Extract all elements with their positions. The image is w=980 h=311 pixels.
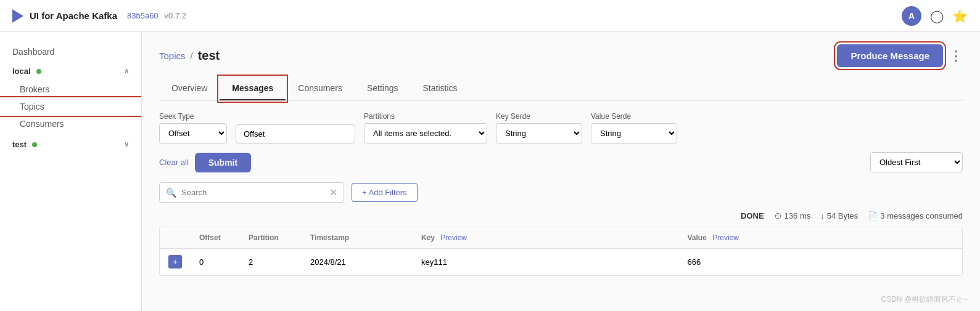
sidebar-item-dashboard[interactable]: Dashboard: [0, 42, 141, 62]
search-box: 🔍 ✕: [159, 182, 344, 203]
bytes-value: 54 Bytes: [827, 211, 859, 220]
partitions-label: Partitions: [364, 112, 487, 121]
local-header: local: [12, 67, 41, 76]
breadcrumb-topics-link[interactable]: Topics: [159, 50, 186, 61]
version-label: v0.7.2: [165, 11, 186, 20]
breadcrumb-separator: /: [191, 50, 193, 61]
key-serde-field: Key Serde String: [496, 112, 582, 143]
row-timestamp: 2024/8/21: [310, 257, 421, 267]
tab-consumers[interactable]: Consumers: [286, 77, 355, 100]
col-partition: Partition: [249, 233, 310, 242]
status-done-label: DONE: [741, 211, 764, 220]
download-icon: ↓: [820, 211, 825, 220]
value-serde-field: Value Serde String: [591, 112, 677, 143]
test-status-dot: [32, 142, 37, 147]
key-serde-select[interactable]: String: [496, 123, 582, 143]
avatar-button[interactable]: A: [902, 6, 921, 26]
sidebar-section-local[interactable]: local ∧: [0, 62, 141, 81]
page-title: test: [198, 49, 220, 63]
row-expand-cell: +: [168, 255, 199, 269]
search-filter-row: 🔍 ✕ + Add Filters: [159, 182, 963, 203]
breadcrumb: Topics / test: [159, 49, 220, 63]
partitions-select[interactable]: All items are selected.: [364, 123, 487, 143]
value-preview-label[interactable]: Preview: [712, 233, 739, 242]
tab-messages[interactable]: Messages: [220, 77, 286, 100]
sidebar-section-test[interactable]: test ∨: [0, 135, 141, 154]
produce-message-button[interactable]: Produce Message: [837, 44, 943, 67]
local-label: local: [12, 67, 31, 76]
col-key: Key Preview: [421, 233, 688, 242]
row-offset: 0: [199, 257, 249, 267]
action-row: Clear all Submit Oldest First Newest Fir…: [159, 152, 963, 172]
status-time: ⏲ 136 ms: [774, 211, 811, 220]
file-icon: 📄: [868, 211, 878, 220]
local-chevron-icon: ∧: [124, 67, 129, 75]
seek-offset-field: [236, 124, 355, 143]
status-messages: 📄 3 messages consumed: [868, 211, 963, 220]
col-value: Value Preview: [688, 233, 954, 242]
status-bytes: ↓ 54 Bytes: [820, 211, 858, 220]
left-actions: Clear all Submit: [159, 153, 251, 172]
breadcrumb-row: Topics / test Produce Message ⋮: [159, 44, 963, 67]
header-actions: Produce Message ⋮: [837, 44, 963, 67]
row-partition: 2: [249, 257, 310, 267]
github-icon[interactable]: ◯: [930, 9, 944, 23]
seek-type-select[interactable]: Offset: [159, 123, 227, 143]
seek-offset-input[interactable]: [236, 124, 355, 143]
tabs-bar: Overview Messages Consumers Settings Sta…: [159, 77, 963, 101]
seek-type-field: Seek Type Offset: [159, 112, 227, 143]
status-bar: DONE ⏲ 136 ms ↓ 54 Bytes 📄 3 messages co…: [159, 211, 963, 220]
commit-hash: 83b5a60: [127, 11, 159, 20]
main-layout: Dashboard local ∧ Brokers Topics Consume…: [0, 32, 980, 311]
row-key: key111: [421, 257, 688, 267]
submit-button[interactable]: Submit: [195, 153, 251, 172]
table-row: + 0 2 2024/8/21 key111 666: [160, 249, 962, 275]
app-title: UI for Apache Kafka: [30, 10, 117, 21]
header-right: A ◯ ⭐: [902, 6, 968, 26]
search-icon: 🔍: [166, 188, 176, 198]
test-chevron-icon: ∨: [124, 140, 129, 148]
col-timestamp: Timestamp: [310, 233, 421, 242]
sidebar-item-brokers[interactable]: Brokers: [0, 81, 141, 98]
test-label: test: [12, 140, 27, 149]
add-filters-button[interactable]: + Add Filters: [352, 183, 418, 202]
time-value: 136 ms: [784, 211, 811, 220]
right-order: Oldest First Newest First: [870, 152, 963, 172]
expand-row-button[interactable]: +: [168, 255, 182, 269]
value-serde-label: Value Serde: [591, 112, 677, 121]
local-status-dot: [36, 69, 41, 74]
key-preview-label[interactable]: Preview: [440, 233, 467, 242]
test-header: test: [12, 140, 37, 149]
content-area: Topics / test Produce Message ⋮ Overview…: [142, 32, 980, 311]
messages-table: Offset Partition Timestamp Key Preview V…: [159, 227, 963, 276]
search-input[interactable]: [181, 188, 324, 197]
value-serde-select[interactable]: String: [591, 123, 677, 143]
partitions-field: Partitions All items are selected.: [364, 112, 487, 143]
discord-icon[interactable]: ⭐: [952, 9, 968, 23]
tab-overview[interactable]: Overview: [159, 77, 220, 100]
tab-statistics[interactable]: Statistics: [410, 77, 469, 100]
tab-settings[interactable]: Settings: [355, 77, 411, 100]
table-header: Offset Partition Timestamp Key Preview V…: [160, 227, 962, 249]
row-value: 666: [688, 257, 954, 267]
top-header: UI for Apache Kafka 83b5a60 v0.7.2 A ◯ ⭐: [0, 0, 980, 32]
more-options-button[interactable]: ⋮: [949, 48, 963, 64]
sidebar-item-topics[interactable]: Topics: [0, 98, 141, 115]
clear-search-icon[interactable]: ✕: [329, 187, 337, 198]
sidebar-item-consumers[interactable]: Consumers: [0, 115, 141, 132]
key-serde-label: Key Serde: [496, 112, 582, 121]
seek-controls-row: Seek Type Offset Partitions All items ar…: [159, 112, 963, 143]
clear-all-button[interactable]: Clear all: [159, 158, 189, 167]
logo-triangle-icon: [12, 9, 23, 23]
messages-count: 3 messages consumed: [880, 211, 963, 220]
seek-type-label: Seek Type: [159, 112, 227, 121]
logo-area: UI for Apache Kafka 83b5a60 v0.7.2: [12, 9, 186, 23]
order-select[interactable]: Oldest First Newest First: [870, 152, 963, 172]
clock-icon: ⏲: [774, 211, 782, 220]
sidebar: Dashboard local ∧ Brokers Topics Consume…: [0, 32, 142, 311]
col-offset: Offset: [199, 233, 249, 242]
